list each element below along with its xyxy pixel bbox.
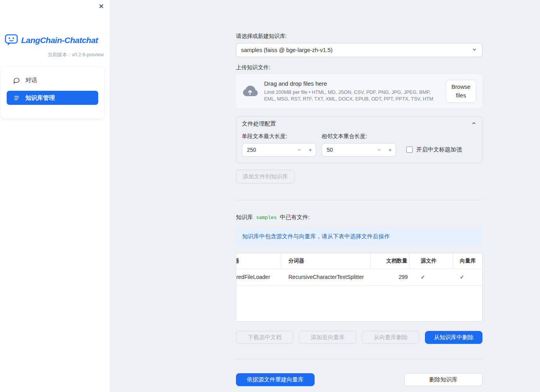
logo: LangChain-Chatchat (0, 0, 110, 47)
column-header-splitter: 分词器 (281, 254, 371, 269)
divider (236, 200, 482, 200)
overlap-size-label: 相邻文本重合长度: (322, 133, 396, 140)
kb-bottom-actions: 依据源文件重建向量库 删除知识库 (236, 373, 482, 386)
uploader-text: Drag and drop files here Limit 200MB per… (264, 80, 439, 102)
app: ✕ LangChain-Chatchat 当前版本：v0.2.6-preview (0, 0, 540, 392)
nav-card: 对话 知识库管理 (1, 67, 104, 119)
overlap-size-increment-button[interactable]: + (385, 144, 396, 156)
download-selected-button[interactable]: 下载选中文档 (236, 331, 293, 344)
chunk-size-input[interactable]: 250 − + (242, 143, 316, 156)
uploader-title: Drag and drop files here (264, 80, 437, 87)
chunk-size-decrement-button[interactable]: − (294, 144, 305, 156)
chat-logo-icon (5, 34, 18, 47)
browse-files-button[interactable]: Browse files (446, 80, 476, 103)
files-table-header: 文档加载器 分词器 文档数量 源文件 向量库 (236, 254, 482, 269)
cell-loader[interactable]: UnstructuredFileLoader (236, 269, 281, 285)
checkbox-box-icon[interactable] (406, 146, 413, 153)
kb-files-heading-prefix: 知识库 (236, 214, 253, 221)
file-config-title: 文件处理配置 (242, 120, 276, 128)
kb-files-heading: 知识库 samples 中已有文件: (236, 214, 482, 221)
delete-from-kb-button[interactable]: 从知识库中删除 (425, 331, 482, 344)
sidebar: ✕ LangChain-Chatchat 当前版本：v0.2.6-preview (0, 0, 110, 392)
divider (236, 359, 482, 360)
column-header-doc-count: 文档数量 (371, 254, 410, 269)
cell-doc-count[interactable]: 299 (371, 269, 410, 285)
file-uploader-dropzone[interactable]: Drag and drop files here Limit 200MB per… (236, 74, 482, 108)
rebuild-vector-store-button[interactable]: 依据源文件重建向量库 (236, 373, 315, 386)
chunk-size-increment-button[interactable]: + (305, 144, 316, 156)
file-config-expander: 文件处理配置 单段文本最大长度: 250 − + (236, 116, 482, 163)
overlap-size-group: 相邻文本重合长度: 50 − + (322, 133, 396, 156)
cell-vector-store-check[interactable]: ✓ (453, 269, 482, 285)
overlap-size-decrement-button[interactable]: − (374, 144, 385, 156)
nav-item-dialogue[interactable]: 对话 (7, 73, 98, 87)
main-content: 请选择或新建知识库: samples (faiss @ bge-large-zh… (110, 0, 540, 392)
list-icon (13, 95, 20, 101)
nav-item-label: 对话 (25, 77, 37, 84)
add-to-vector-store-button[interactable]: 添加至向量库 (299, 331, 356, 344)
file-action-buttons: 下载选中文档 添加至向量库 从向量库删除 从知识库中删除 (236, 331, 482, 344)
column-header-vector-store: 向量库 (453, 254, 482, 269)
files-table[interactable]: 文档加载器 分词器 文档数量 源文件 向量库 UnstructuredFileL… (236, 253, 482, 322)
nav-item-kb-management[interactable]: 知识库管理 (7, 91, 98, 105)
kb-select-value: samples (faiss @ bge-large-zh-v1.5) (241, 47, 333, 53)
overlap-size-input[interactable]: 50 − + (322, 143, 396, 156)
overlap-size-value: 50 (322, 147, 374, 153)
chunk-size-label: 单段文本最大长度: (242, 133, 316, 140)
chunk-size-value: 250 (242, 147, 294, 153)
kb-select-label: 请选择或新建知识库: (236, 33, 482, 40)
delete-from-vector-store-button[interactable]: 从向量库删除 (362, 331, 419, 344)
add-files-to-kb-button[interactable]: 添加文件到知识库 (236, 170, 295, 183)
close-icon[interactable]: ✕ (99, 3, 104, 10)
cell-source-file-check[interactable]: ✓ (410, 269, 453, 285)
column-header-loader: 文档加载器 (236, 254, 281, 269)
table-row[interactable]: UnstructuredFileLoader RecursiveCharacte… (236, 269, 482, 286)
file-config-expander-header[interactable]: 文件处理配置 (236, 117, 482, 131)
delete-kb-button[interactable]: 删除知识库 (404, 373, 482, 386)
chevron-down-icon (472, 47, 477, 54)
kb-name-code: samples (256, 215, 277, 221)
nav-item-label: 知识库管理 (25, 94, 55, 102)
column-header-source-file: 源文件 (410, 254, 453, 269)
cell-splitter[interactable]: RecursiveCharacterTextSplitter (281, 269, 371, 285)
chevron-up-icon (471, 120, 477, 127)
chat-bubble-icon (13, 77, 20, 84)
uploader-limit: Limit 200MB per file • HTML, MD, JSON, C… (264, 89, 437, 102)
kb-selectbox[interactable]: samples (faiss @ bge-large-zh-v1.5) (236, 43, 482, 57)
info-banner: 知识库中包含源文件与向量库，请从下表中选择文件后操作 (236, 227, 482, 246)
zh-title-enhance-checkbox[interactable]: 开启中文标题加强 (406, 146, 462, 153)
file-config-expander-body: 单段文本最大长度: 250 − + 相邻文本重合长度: 50 − + (236, 131, 482, 163)
upload-label: 上传知识文件: (236, 64, 482, 71)
version-caption: 当前版本：v0.2.6-preview (0, 52, 110, 58)
chunk-size-group: 单段文本最大长度: 250 − + (242, 133, 316, 156)
upload-cloud-icon (242, 85, 258, 97)
zh-title-enhance-label: 开启中文标题加强 (416, 146, 462, 153)
logo-text: LangChain-Chatchat (21, 36, 98, 45)
kb-files-heading-suffix: 中已有文件: (280, 214, 310, 221)
